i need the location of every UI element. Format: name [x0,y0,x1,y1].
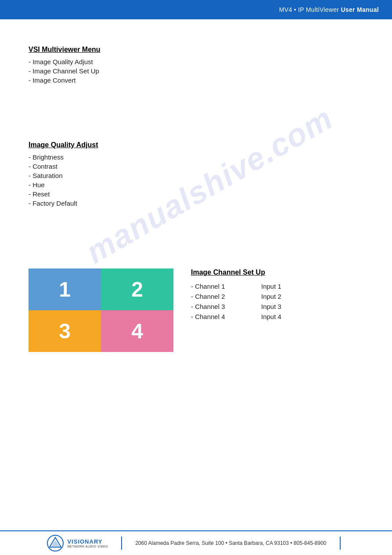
list-item: - Channel 1 Input 1 [191,283,281,290]
channel-info: Image Channel Set Up - Channel 1 Input 1… [191,268,281,323]
vsi-menu-list: - Image Quality Adjust - Image Channel S… [29,58,363,84]
logo-text: VISIONARY NETWORK AUDIO VIDEO [67,538,108,548]
list-item: - Channel 2 Input 2 [191,293,281,300]
channel-grid-visual: 1 2 3 4 [29,268,173,352]
channel-list: - Channel 1 Input 1 - Channel 2 Input 2 … [191,283,281,320]
list-item: - Brightness [29,153,363,161]
doc-type: User Manual [339,6,379,13]
header-title: MV4 • IP MultiViewer User Manual [279,6,379,13]
list-item: - Image Channel Set Up [29,67,363,75]
channel-label: - Channel 4 [191,313,235,320]
footer-address: 2060 Alameda Padre Serra, Suite 100 • Sa… [135,540,326,546]
list-item: - Saturation [29,172,363,179]
visionary-logo-icon [47,535,64,551]
grid-cell-4: 4 [101,310,173,352]
list-item: - Reset [29,190,363,198]
channel-value: Input 4 [261,313,281,320]
main-content: VSI Multiviewer Menu - Image Quality Adj… [0,19,392,370]
channel-value: Input 2 [261,293,281,300]
list-item: - Channel 4 Input 4 [191,313,281,320]
list-item: - Image Quality Adjust [29,58,363,65]
vsi-menu-section: VSI Multiviewer Menu - Image Quality Adj… [29,46,363,84]
product-name: MV4 • IP MultiViewer [279,6,339,13]
channel-label: - Channel 3 [191,303,235,310]
list-item: - Contrast [29,163,363,170]
list-item: - Channel 3 Input 3 [191,303,281,310]
page-footer: VISIONARY NETWORK AUDIO VIDEO 2060 Alame… [0,530,392,555]
vsi-menu-title: VSI Multiviewer Menu [29,46,101,54]
svg-marker-2 [51,540,59,546]
logo-sub: NETWORK AUDIO VIDEO [67,545,108,548]
channel-label: - Channel 1 [191,283,235,290]
footer-divider-1 [121,537,122,550]
list-item: - Hue [29,181,363,189]
footer-divider-2 [340,537,341,550]
channel-setup-title: Image Channel Set Up [191,268,265,276]
list-item: - Image Convert [29,76,363,84]
channel-label: - Channel 2 [191,293,235,300]
image-quality-list: - Brightness - Contrast - Saturation - H… [29,153,363,207]
image-quality-section: Image Quality Adjust - Brightness - Cont… [29,141,363,207]
grid-container: 1 2 3 4 [29,268,173,352]
logo-name: VISIONARY [67,538,108,545]
grid-cell-2: 2 [101,268,173,310]
image-quality-title: Image Quality Adjust [29,141,98,149]
list-item: - Factory Default [29,200,363,207]
channel-value: Input 1 [261,283,281,290]
grid-cell-1: 1 [29,268,101,310]
channel-section: 1 2 3 4 Image Channel Set Up - Channel 1… [29,268,363,352]
grid-cell-3: 3 [29,310,101,352]
channel-value: Input 3 [261,303,281,310]
page-header: MV4 • IP MultiViewer User Manual [0,0,392,19]
footer-logo: VISIONARY NETWORK AUDIO VIDEO [47,535,108,551]
